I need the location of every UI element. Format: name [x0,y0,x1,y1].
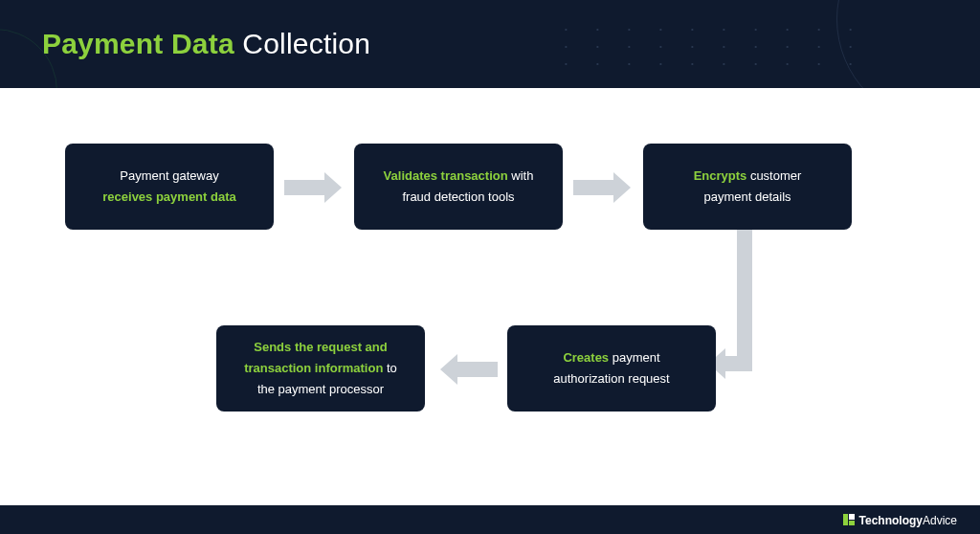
flow-node-encrypt: Encrypts customer payment details [643,144,852,230]
node-text-accent: receives payment data [102,189,235,204]
diagram-canvas: Payment gateway receives payment data Va… [0,88,980,505]
node-text: Payment gateway [120,168,218,183]
decorative-dot-grid: • • • • • • • • • • • • • • • • • • • • … [565,21,865,73]
node-text: with [508,168,534,183]
node-text: fraud detection tools [402,189,514,204]
svg-rect-0 [843,514,848,525]
node-text: payment [609,350,659,365]
page-title-rest: Collection [234,28,370,59]
page-title: Payment Data Collection [42,28,370,60]
brand-name: TechnologyAdvice [859,511,957,528]
arrow-left-icon [440,354,498,385]
slide-footer: TechnologyAdvice [0,505,980,534]
node-text-accent: Sends the request and [254,340,387,354]
node-text-accent: transaction information [244,361,383,375]
node-text: authorization request [553,371,669,386]
slide-header: • • • • • • • • • • • • • • • • • • • • … [0,0,980,88]
brand-logo: TechnologyAdvice [842,511,957,528]
brand-name-light: Advice [923,514,957,527]
flow-node-validate: Validates transaction with fraud detecti… [354,144,563,230]
page-title-accent: Payment Data [42,28,234,59]
flow-node-send-processor: Sends the request and transaction inform… [216,325,425,412]
node-text: customer [746,168,801,183]
svg-rect-2 [849,521,855,525]
node-text-accent: Encrypts [694,168,747,183]
arrow-right-icon [573,172,631,203]
node-text: payment details [703,189,791,204]
brand-name-bold: Technology [859,514,923,527]
flow-node-create-auth: Creates payment authorization request [507,325,716,412]
node-text: the payment processor [257,382,384,396]
arrow-right-icon [284,172,342,203]
technologyadvice-icon [842,513,856,526]
node-text-accent: Creates [563,350,609,365]
flow-node-receive-data: Payment gateway receives payment data [65,144,274,230]
slide-root: • • • • • • • • • • • • • • • • • • • • … [0,0,980,534]
svg-rect-1 [849,514,855,520]
node-text-accent: Validates transaction [384,168,508,183]
node-text: to [383,361,396,375]
